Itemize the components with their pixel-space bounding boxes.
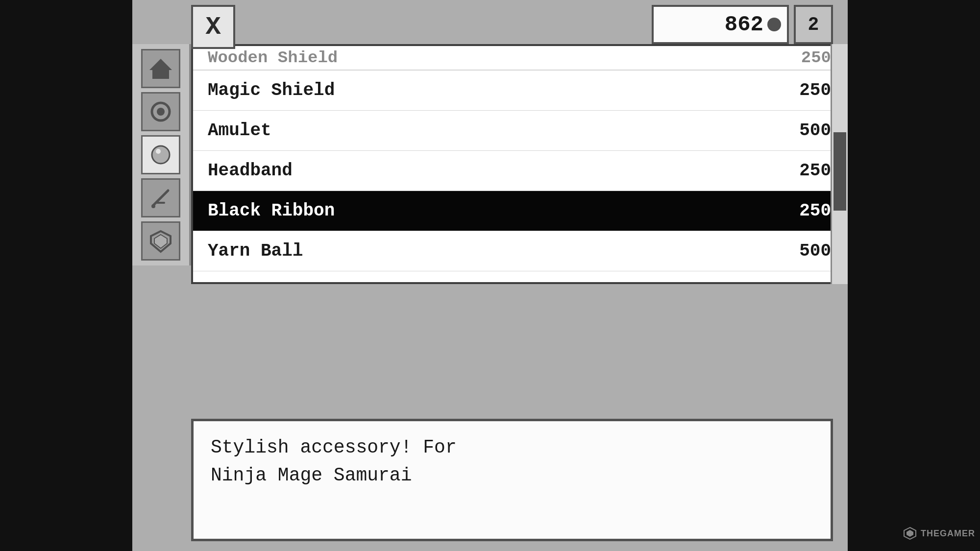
item-name: Magic Shield — [208, 80, 335, 100]
sidebar-icon-orb[interactable] — [141, 135, 180, 174]
left-panel — [0, 0, 132, 551]
list-item[interactable]: Rubu Ring 250 — [193, 271, 846, 284]
svg-marker-2 — [149, 59, 172, 79]
level-badge: 2 — [794, 5, 833, 44]
gold-amount: 862 — [725, 12, 763, 37]
item-price: 250 — [799, 201, 831, 221]
gold-counter: 862 — [652, 5, 789, 44]
svg-point-4 — [157, 108, 165, 116]
scrollbar[interactable] — [831, 44, 848, 284]
list-item[interactable]: Wooden Shield 250 — [193, 46, 846, 71]
svg-point-5 — [152, 146, 170, 164]
sidebar-icon-sword[interactable] — [141, 178, 180, 217]
item-price: 250 — [799, 281, 831, 284]
sidebar-icon-accessory[interactable] — [141, 92, 180, 131]
item-price: 250 — [801, 48, 831, 67]
sidebar-icon-armor[interactable] — [141, 221, 180, 261]
sidebar — [132, 44, 191, 265]
description-line1: Stylish accessory! For — [211, 433, 813, 461]
list-item[interactable]: Headband 250 — [193, 151, 846, 191]
scrollbar-thumb[interactable] — [833, 132, 846, 211]
item-price: 250 — [799, 161, 831, 181]
sword-icon — [148, 186, 173, 210]
watermark-text: THEGAMER — [921, 528, 975, 539]
svg-point-9 — [151, 204, 155, 208]
list-item[interactable]: Amulet 500 — [193, 111, 846, 151]
coin-icon — [767, 18, 781, 31]
svg-marker-11 — [154, 235, 167, 248]
item-name: Black Ribbon — [208, 201, 335, 221]
orb-icon — [148, 143, 173, 167]
thegamer-logo-icon — [902, 526, 918, 541]
item-name: Yarn Ball — [208, 241, 303, 261]
game-area: X 862 2 — [132, 0, 848, 551]
sidebar-icon-home[interactable] — [141, 49, 180, 88]
item-name: Amulet — [208, 120, 271, 141]
description-line2: Ninja Mage Samurai — [211, 461, 813, 489]
armor-icon — [148, 229, 173, 253]
item-name: Rubu Ring — [208, 281, 303, 284]
close-button[interactable]: X — [191, 5, 235, 49]
item-price: 250 — [799, 80, 831, 100]
screen-wrapper: THEGAMER X 862 2 — [0, 0, 980, 551]
right-panel: THEGAMER — [848, 0, 980, 551]
list-item[interactable]: Magic Shield 250 — [193, 71, 846, 111]
item-name: Wooden Shield — [208, 48, 338, 67]
list-item[interactable]: Yarn Ball 500 — [193, 231, 846, 271]
list-item-selected[interactable]: Black Ribbon 250 — [193, 191, 846, 231]
svg-marker-1 — [906, 530, 913, 537]
shop-panel: Wooden Shield 250 Magic Shield 250 Amule… — [191, 44, 848, 284]
description-box: Stylish accessory! For Ninja Mage Samura… — [191, 419, 833, 541]
item-price: 500 — [799, 120, 831, 141]
item-price: 500 — [799, 241, 831, 261]
home-icon — [148, 56, 173, 81]
svg-point-6 — [156, 149, 161, 154]
item-name: Headband — [208, 161, 293, 181]
accessory-icon — [148, 99, 173, 124]
watermark: THEGAMER — [902, 526, 975, 541]
